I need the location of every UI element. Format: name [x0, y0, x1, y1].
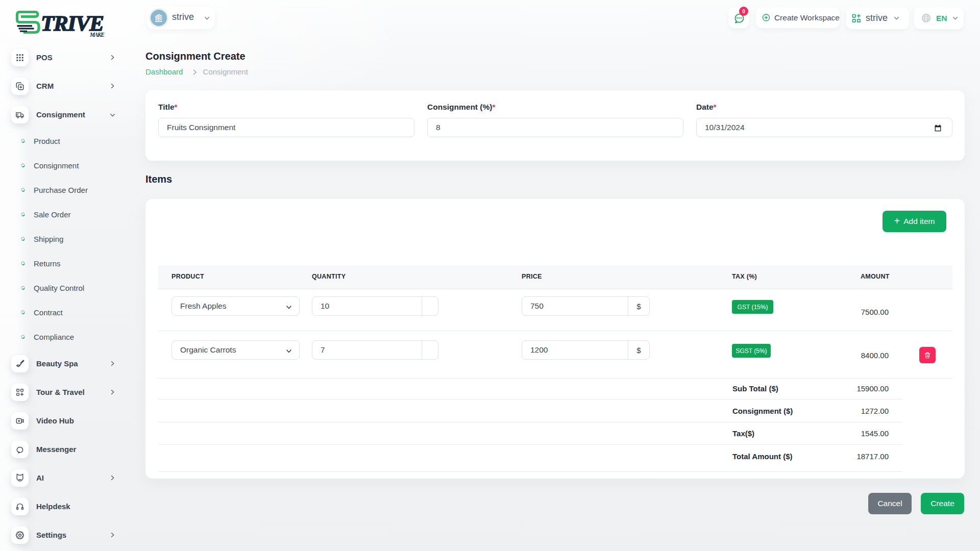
svg-text:MAKE: MAKE	[89, 32, 105, 38]
